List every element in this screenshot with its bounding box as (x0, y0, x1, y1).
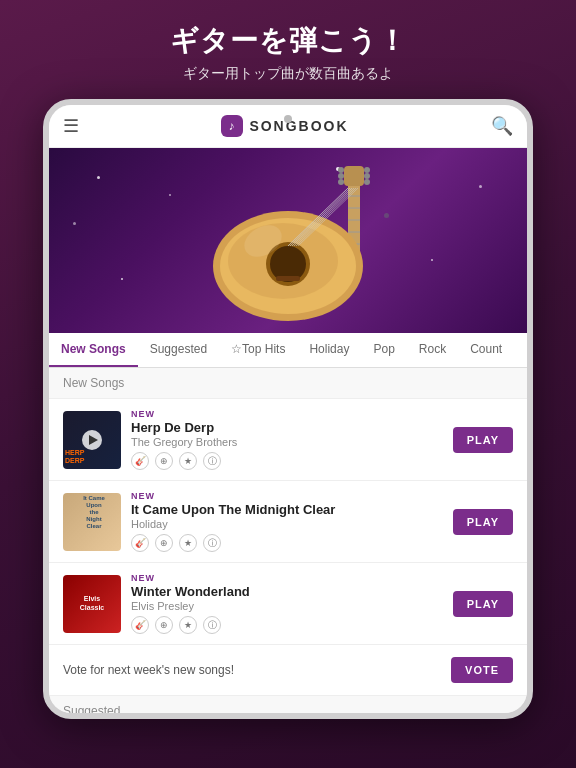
song-thumb-1: HERPDERP (63, 411, 121, 469)
vote-row: Vote for next week's new songs! VOTE (49, 645, 527, 696)
vote-button[interactable]: VOTE (451, 657, 513, 683)
song-icons-3: 🎸 ⊕ ★ ⓘ (131, 616, 453, 634)
song-icon-star[interactable]: ★ (179, 452, 197, 470)
thumb-1-text: HERPDERP (65, 449, 84, 464)
play-button-3[interactable]: PLAY (453, 591, 513, 617)
tab-rock[interactable]: Rock (407, 333, 458, 367)
song-icon-info-3[interactable]: ⓘ (203, 616, 221, 634)
song-title-3: Winter Wonderland (131, 584, 453, 599)
app-navbar: ☰ ♪ SONGBOOK 🔍 (49, 105, 527, 148)
song-icon-chord-2[interactable]: ⊕ (155, 534, 173, 552)
song-badge-2: NEW (131, 491, 453, 501)
suggested-section-header: Suggested (49, 696, 527, 713)
tab-new-songs[interactable]: New Songs (49, 333, 138, 367)
song-icon-star-3[interactable]: ★ (179, 616, 197, 634)
tab-holiday[interactable]: Holiday (297, 333, 361, 367)
tablet-frame: ☰ ♪ SONGBOOK 🔍 (43, 99, 533, 719)
tab-top-hits[interactable]: ☆Top Hits (219, 333, 297, 367)
page-title: ギターを弾こう！ (170, 22, 407, 60)
guitar-image (178, 156, 398, 326)
song-icon-chord-3[interactable]: ⊕ (155, 616, 173, 634)
song-icons-2: 🎸 ⊕ ★ ⓘ (131, 534, 453, 552)
svg-point-4 (338, 179, 344, 185)
song-badge-1: NEW (131, 409, 453, 419)
song-title-1: Herp De Derp (131, 420, 453, 435)
svg-rect-24 (276, 276, 300, 281)
play-triangle-1 (89, 435, 98, 445)
song-item-1: HERPDERP NEW Herp De Derp The Gregory Br… (49, 399, 527, 481)
logo-icon: ♪ (221, 115, 243, 137)
vote-text: Vote for next week's new songs! (63, 663, 234, 677)
tabs-container: New Songs Suggested ☆Top Hits Holiday Po… (49, 333, 527, 368)
svg-point-7 (364, 179, 370, 185)
svg-point-3 (338, 173, 344, 179)
song-title-2: It Came Upon The Midnight Clear (131, 502, 453, 517)
svg-rect-1 (344, 166, 364, 186)
song-icon-info[interactable]: ⓘ (203, 452, 221, 470)
svg-point-2 (338, 167, 344, 173)
song-item-2: It CameUpontheNightClear NEW It Came Upo… (49, 481, 527, 563)
play-overlay-1 (82, 430, 102, 450)
tablet-inner: ☰ ♪ SONGBOOK 🔍 (49, 105, 527, 713)
thumb-2-text: It CameUpontheNightClear (65, 495, 121, 531)
tab-suggested[interactable]: Suggested (138, 333, 219, 367)
page-header: ギターを弾こう！ ギター用トップ曲が数百曲あるよ (150, 0, 427, 99)
song-info-2: NEW It Came Upon The Midnight Clear Holi… (131, 491, 453, 552)
song-icon-star-2[interactable]: ★ (179, 534, 197, 552)
song-icons-1: 🎸 ⊕ ★ ⓘ (131, 452, 453, 470)
new-songs-section-header: New Songs (49, 368, 527, 399)
song-item-3: ElvisClassic NEW Winter Wonderland Elvis… (49, 563, 527, 645)
svg-point-6 (364, 173, 370, 179)
play-button-1[interactable]: PLAY (453, 427, 513, 453)
song-badge-3: NEW (131, 573, 453, 583)
song-artist-1: The Gregory Brothers (131, 436, 453, 448)
guitar-banner (49, 148, 527, 333)
song-icon-guitar-2[interactable]: 🎸 (131, 534, 149, 552)
menu-icon[interactable]: ☰ (63, 115, 79, 137)
svg-point-5 (364, 167, 370, 173)
page-subtitle: ギター用トップ曲が数百曲あるよ (170, 65, 407, 83)
song-artist-2: Holiday (131, 518, 453, 530)
thumb-3-text: ElvisClassic (80, 595, 105, 612)
song-icon-chord[interactable]: ⊕ (155, 452, 173, 470)
tablet-camera (284, 115, 292, 123)
song-icon-info-2[interactable]: ⓘ (203, 534, 221, 552)
play-button-2[interactable]: PLAY (453, 509, 513, 535)
tab-pop[interactable]: Pop (361, 333, 406, 367)
song-thumb-3: ElvisClassic (63, 575, 121, 633)
search-icon[interactable]: 🔍 (491, 115, 513, 137)
song-info-1: NEW Herp De Derp The Gregory Brothers 🎸 … (131, 409, 453, 470)
tab-count[interactable]: Count (458, 333, 514, 367)
song-artist-3: Elvis Presley (131, 600, 453, 612)
song-thumb-2: It CameUpontheNightClear (63, 493, 121, 551)
logo-text: SONGBOOK (249, 118, 348, 134)
song-icon-guitar-3[interactable]: 🎸 (131, 616, 149, 634)
song-icon-guitar[interactable]: 🎸 (131, 452, 149, 470)
song-info-3: NEW Winter Wonderland Elvis Presley 🎸 ⊕ … (131, 573, 453, 634)
